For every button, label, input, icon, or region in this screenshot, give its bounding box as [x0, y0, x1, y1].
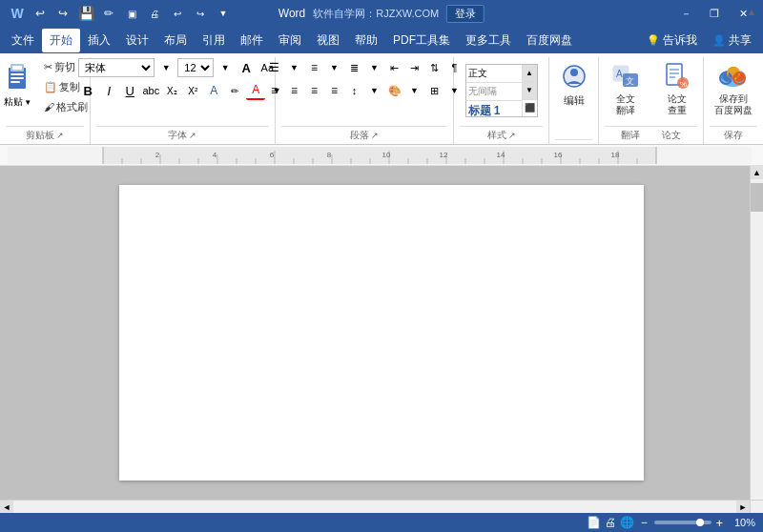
qa-icon-2[interactable]: ▣	[122, 4, 141, 23]
italic-button[interactable]: I	[99, 81, 118, 100]
menu-home[interactable]: 开始	[42, 29, 80, 52]
word-icon[interactable]: W	[8, 4, 27, 23]
scroll-thumb[interactable]	[751, 183, 763, 212]
qa-customize[interactable]: ▼	[214, 4, 233, 23]
save-btn[interactable]: 💾	[76, 4, 95, 23]
h-scroll-track[interactable]	[13, 501, 736, 513]
bullets-dropdown[interactable]: ▼	[285, 58, 304, 77]
styles-gallery[interactable]: 正文 无间隔 标题 1 ▲ ▼ ⬛	[465, 64, 538, 117]
style-scroll-up[interactable]: ▲	[523, 65, 537, 82]
zoom-thumb	[696, 519, 704, 526]
restore-button[interactable]: ❐	[702, 4, 727, 23]
zoom-plus-btn[interactable]: +	[715, 516, 723, 530]
increase-indent-btn[interactable]: ⇥	[405, 58, 424, 77]
multilevel-btn[interactable]: ≣	[345, 58, 364, 77]
zoom-slider[interactable]	[654, 521, 711, 524]
menu-insert[interactable]: 插入	[80, 29, 118, 52]
undo-btn[interactable]: ↩	[31, 4, 50, 23]
fulltext-translate-button[interactable]: A 文 全文翻译	[601, 57, 650, 120]
menu-references[interactable]: 引用	[195, 29, 233, 52]
bold-button[interactable]: B	[78, 81, 97, 100]
edit-label-bottom	[555, 139, 592, 144]
qa-icon-3[interactable]: 🖨	[145, 4, 164, 23]
shading-btn[interactable]: 🎨	[385, 81, 404, 100]
align-left-btn[interactable]: ≡	[265, 81, 284, 100]
qa-icon-1[interactable]: ✏	[99, 4, 118, 23]
bullets-btn[interactable]: ☰	[265, 58, 284, 77]
paste-icon	[3, 59, 33, 95]
font-size-dropdown-icon[interactable]: ▼	[216, 58, 235, 77]
shading-dropdown[interactable]: ▼	[405, 81, 424, 100]
font-family-select[interactable]: 宋体	[78, 58, 155, 77]
line-spacing-dropdown[interactable]: ▼	[365, 81, 384, 100]
read-mode-icon[interactable]: 📄	[587, 516, 601, 529]
redo-btn[interactable]: ↪	[53, 4, 72, 23]
zoom-level[interactable]: 10%	[727, 517, 755, 528]
align-right-btn[interactable]: ≡	[305, 81, 324, 100]
menu-layout[interactable]: 布局	[156, 29, 195, 52]
increase-font-btn[interactable]: A	[237, 58, 256, 77]
superscript-btn[interactable]: X²	[183, 81, 202, 100]
h-scroll-left-btn[interactable]: ◄	[0, 501, 13, 513]
scroll-up-btn[interactable]: ▲	[751, 166, 763, 179]
underline-button[interactable]: U	[120, 81, 139, 100]
login-button[interactable]: 登录	[446, 5, 485, 23]
font-group: 宋体 ▼ 12 ▼ A Aa B I U abc X₂ X² A ✏ A	[91, 57, 276, 144]
highlight-btn[interactable]: ✏	[225, 81, 244, 100]
ribbon: 粘贴 ▼ ✂剪切 📋复制 🖌格式刷 剪贴板 ↗	[0, 53, 763, 145]
status-right: 📄 🖨 🌐 － + 10%	[587, 514, 755, 531]
share-btn[interactable]: 👤共享	[705, 29, 759, 52]
numbering-dropdown[interactable]: ▼	[325, 58, 344, 77]
paper-check-button[interactable]: % 论文查重	[652, 57, 702, 120]
qa-icon-5[interactable]: ↪	[191, 4, 210, 23]
menu-more[interactable]: 更多工具	[458, 29, 519, 52]
numbering-btn[interactable]: ≡	[305, 58, 324, 77]
justify-btn[interactable]: ≡	[325, 81, 344, 100]
edit-button[interactable]: 编辑	[552, 57, 596, 114]
zoom-minus-btn[interactable]: －	[638, 514, 650, 531]
menu-view[interactable]: 视图	[309, 29, 347, 52]
scissors-icon: ✂	[44, 61, 52, 73]
style-gallery-expand[interactable]: ⬛	[523, 100, 537, 116]
font-expand[interactable]: ↗	[189, 131, 196, 140]
minimize-button[interactable]: －	[673, 4, 698, 23]
text-effect-btn[interactable]: A	[204, 81, 223, 100]
menu-mailings[interactable]: 邮件	[233, 29, 271, 52]
decrease-indent-btn[interactable]: ⇤	[385, 58, 404, 77]
paste-button[interactable]: 粘贴 ▼	[0, 57, 38, 114]
menu-design[interactable]: 设计	[118, 29, 156, 52]
h-scroll-right-btn[interactable]: ►	[736, 501, 750, 513]
font-color-btn[interactable]: A	[246, 81, 265, 100]
menu-baidu[interactable]: 百度网盘	[519, 29, 580, 52]
style-expand[interactable]: ↗	[508, 131, 516, 140]
strikethrough-btn[interactable]: abc	[141, 81, 160, 100]
translate-icon: A 文	[610, 61, 641, 92]
svg-text:14: 14	[497, 151, 505, 159]
font-size-select[interactable]: 12	[177, 58, 214, 77]
menu-tell-me[interactable]: 💡告诉我	[639, 29, 705, 52]
menu-file[interactable]: 文件	[4, 29, 42, 52]
style-group: 正文 无间隔 标题 1 ▲ ▼ ⬛ 样式 ↗	[454, 57, 549, 144]
copy-icon: 📋	[44, 81, 57, 93]
style-scroll-down[interactable]: ▼	[523, 82, 537, 99]
sort-btn[interactable]: ⇅	[425, 58, 444, 77]
font-dropdown-icon[interactable]: ▼	[156, 58, 175, 77]
menu-review[interactable]: 审阅	[271, 29, 309, 52]
qa-icon-4[interactable]: ↩	[168, 4, 187, 23]
border-btn[interactable]: ⊞	[425, 81, 444, 100]
align-center-btn[interactable]: ≡	[285, 81, 304, 100]
web-view-icon[interactable]: 🌐	[620, 516, 634, 529]
line-spacing-btn[interactable]: ↕	[345, 81, 364, 100]
menu-help[interactable]: 帮助	[347, 29, 385, 52]
multilevel-dropdown[interactable]: ▼	[365, 58, 384, 77]
document-canvas[interactable]	[119, 185, 644, 481]
svg-text:A: A	[616, 69, 623, 79]
paragraph-expand[interactable]: ↗	[371, 131, 379, 140]
subscript-btn[interactable]: X₂	[162, 81, 181, 100]
print-view-icon[interactable]: 🖨	[605, 516, 616, 529]
menu-pdf[interactable]: PDF工具集	[385, 29, 458, 52]
svg-rect-2	[12, 66, 22, 70]
scroll-track[interactable]	[751, 179, 763, 500]
clipboard-expand[interactable]: ↗	[56, 131, 64, 140]
save-baidu-button[interactable]: 保存到百度网盘	[711, 57, 755, 120]
